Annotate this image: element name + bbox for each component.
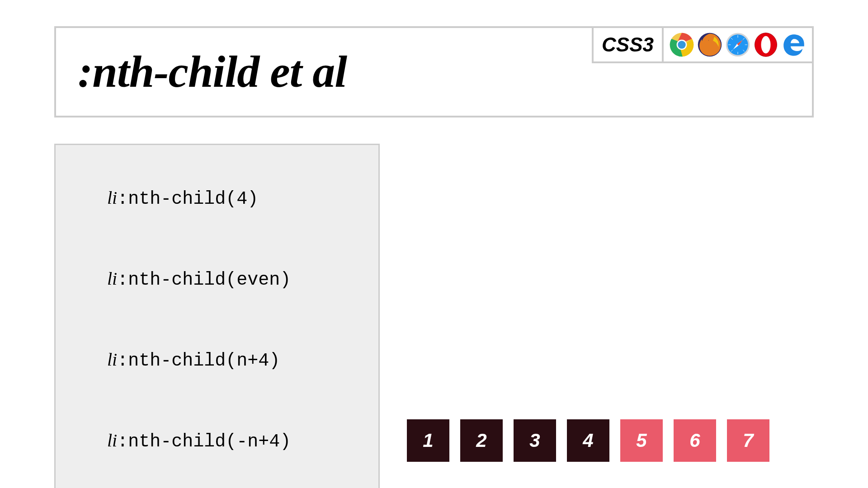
- code-line: li:nth-child(4): [71, 167, 363, 230]
- demo-box-label: 1: [423, 430, 433, 451]
- slide-content: li:nth-child(4) li:nth-child(even) li:nt…: [54, 144, 814, 488]
- demo-box-label: 6: [689, 430, 700, 451]
- selector-element: li: [107, 349, 117, 370]
- demo-box-selected: 7: [727, 419, 769, 462]
- demo-box: 4: [567, 419, 609, 462]
- selector-element: li: [107, 268, 117, 289]
- firefox-icon: [697, 32, 722, 57]
- safari-icon: [725, 32, 750, 57]
- demo-box-label: 4: [583, 430, 593, 451]
- spec-badge: CSS3: [592, 28, 662, 63]
- slide-header: :nth-child et al CSS3: [54, 26, 814, 117]
- demo-box-selected: 6: [674, 419, 716, 462]
- selector-pseudo: :nth-child(n+4): [117, 351, 280, 371]
- selector-pseudo: :nth-child(4): [117, 189, 258, 209]
- demo-box-selected: 5: [620, 419, 663, 462]
- demo-box-label: 7: [743, 430, 753, 451]
- demo-box-label: 2: [476, 430, 486, 451]
- demo-box-label: 5: [636, 430, 646, 451]
- chrome-icon: [669, 32, 694, 57]
- code-line: li:nth-child(even): [71, 248, 363, 311]
- header-badges: CSS3: [592, 28, 812, 116]
- demo-box: 3: [514, 419, 556, 462]
- code-line: li:nth-child(n+4): [71, 328, 363, 392]
- selector-pseudo: :nth-child(-n+4): [117, 432, 291, 452]
- demo-box: 2: [460, 419, 503, 462]
- slide: :nth-child et al CSS3: [0, 0, 868, 488]
- code-line: li:nth-child(-n+4): [71, 409, 363, 473]
- demo-box: 1: [407, 419, 449, 462]
- svg-point-20: [761, 37, 770, 53]
- code-panel: li:nth-child(4) li:nth-child(even) li:nt…: [54, 144, 380, 488]
- demo-box-label: 3: [529, 430, 540, 451]
- demo-box-row: 1 2 3 4 5 6 7: [407, 419, 769, 462]
- selector-element: li: [107, 188, 117, 208]
- demo-panel: 1 2 3 4 5 6 7: [407, 144, 814, 488]
- opera-icon: [753, 32, 778, 57]
- selector-element: li: [107, 430, 117, 450]
- selector-pseudo: :nth-child(even): [117, 270, 291, 290]
- svg-point-2: [678, 41, 686, 49]
- slide-title: :nth-child et al: [56, 28, 592, 116]
- spec-label: CSS3: [602, 33, 654, 56]
- browser-support-badge: [662, 28, 812, 63]
- edge-icon: [781, 32, 807, 57]
